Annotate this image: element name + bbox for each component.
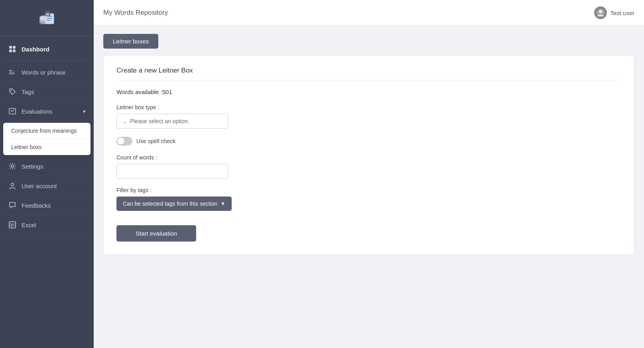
words-icon: Ξ A [8, 68, 17, 77]
count-of-words-input[interactable] [116, 164, 228, 179]
user-icon [8, 181, 17, 190]
leitner-boxes-tab[interactable]: Leitner boxes [103, 34, 158, 49]
svg-rect-10 [9, 46, 12, 49]
svg-rect-11 [13, 46, 16, 49]
sidebar-item-feedbacks[interactable]: Feedbacks [0, 196, 94, 215]
svg-rect-13 [13, 49, 16, 52]
spell-check-label: Use spell check [136, 138, 175, 144]
avatar [594, 6, 607, 19]
main-content: My Words Repository Test user Leitner bo… [94, 0, 644, 348]
sidebar-item-excel-label: Excel [22, 222, 86, 228]
evaluations-submenu: Conjecture from meanings Leitner boxs [3, 123, 91, 155]
svg-point-25 [599, 10, 602, 13]
app-logo-icon: W [36, 8, 58, 29]
filter-by-tags-button-label: Can be selected tags from this section [123, 201, 217, 207]
settings-icon [8, 162, 17, 171]
leitner-box-type-label: Leitner box type : [116, 104, 621, 110]
sidebar-item-evaluations[interactable]: Evaluations ▾ [0, 102, 94, 121]
count-of-words-field: Count of words : [116, 154, 621, 179]
svg-rect-6 [47, 18, 52, 19]
sidebar-item-settings[interactable]: Settings [0, 157, 94, 176]
svg-point-19 [11, 183, 14, 186]
eval-icon [8, 107, 17, 116]
sidebar-item-words-label: Words or phrase [22, 69, 86, 76]
spell-check-row: Use spell check [116, 137, 621, 145]
create-leitner-box-card: Create a new Leitner Box Words available… [103, 55, 634, 255]
svg-rect-12 [9, 49, 12, 52]
svg-point-16 [11, 90, 12, 91]
tags-dropdown-caret-icon: ▼ [221, 201, 225, 206]
header-user: Test user [594, 6, 634, 19]
filter-by-tags-button[interactable]: Can be selected tags from this section ▼ [116, 197, 232, 211]
svg-point-18 [11, 165, 14, 167]
sidebar-item-tags-label: Tags [22, 88, 86, 95]
sidebar: W Dashbord Ξ A Wo [0, 0, 94, 348]
app-header: My Words Repository Test user [94, 0, 644, 26]
header-username: Test user [610, 10, 634, 16]
sidebar-item-feedbacks-label: Feedbacks [22, 202, 86, 209]
sidebar-item-user-account-label: User account [22, 183, 86, 189]
filter-by-tags-label: Filter by tags : [116, 187, 621, 193]
sidebar-logo: W [0, 0, 94, 36]
svg-text:A: A [12, 71, 15, 75]
feedback-icon [8, 201, 17, 210]
leitner-box-type-select[interactable]: ⌄ Please select an option. [116, 114, 228, 129]
start-evaluation-button[interactable]: Start evaluation [116, 225, 196, 242]
excel-icon [8, 220, 17, 229]
submenu-item-leitner-boxes[interactable]: Leitner boxs [3, 139, 91, 155]
tag-icon [8, 87, 17, 96]
sidebar-item-evaluations-label: Evaluations [22, 108, 78, 115]
sidebar-item-excel[interactable]: Excel [0, 215, 94, 235]
submenu-item-conjecture[interactable]: Conjecture from meanings [3, 123, 91, 139]
filter-by-tags-field: Filter by tags : Can be selected tags fr… [116, 187, 621, 211]
svg-text:W: W [46, 12, 49, 16]
leitner-box-type-field: Leitner box type : ⌄ Please select an op… [116, 104, 621, 129]
spell-check-toggle[interactable] [116, 137, 132, 145]
sidebar-navigation: Dashbord Ξ A Words or phrase Tags [0, 39, 94, 348]
dashboard-icon [8, 45, 17, 53]
chevron-down-icon: ⌄ [122, 118, 127, 124]
header-title: My Words Repository [103, 9, 168, 17]
svg-rect-20 [9, 222, 16, 228]
sidebar-item-dashboard-label: Dashbord [22, 46, 86, 53]
words-available: Words available :501 [116, 88, 621, 95]
svg-rect-7 [47, 20, 51, 21]
count-of-words-label: Count of words : [116, 154, 621, 161]
sidebar-item-user-account[interactable]: User account [0, 176, 94, 196]
tab-bar: Leitner boxes [103, 34, 634, 49]
sidebar-item-words[interactable]: Ξ A Words or phrase [0, 63, 94, 82]
sidebar-item-settings-label: Settings [22, 163, 86, 170]
page-content: Leitner boxes Create a new Leitner Box W… [94, 26, 644, 348]
evaluations-chevron-icon: ▾ [83, 108, 86, 114]
card-title: Create a new Leitner Box [116, 67, 621, 81]
leitner-box-type-placeholder: Please select an option. [130, 118, 189, 124]
sidebar-item-tags[interactable]: Tags [0, 82, 94, 102]
sidebar-item-dashboard[interactable]: Dashbord [0, 39, 94, 59]
